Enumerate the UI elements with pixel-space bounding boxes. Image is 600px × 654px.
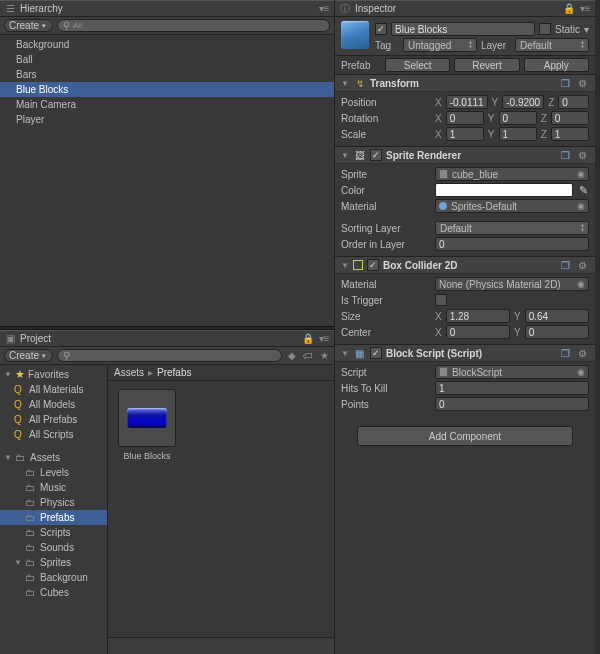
tag-dropdown[interactable]: Untagged — [403, 38, 477, 52]
component-enable-checkbox[interactable]: ✓ — [370, 149, 382, 161]
pos-y-input[interactable]: -0.9200 — [502, 95, 544, 109]
help-icon[interactable]: ❐ — [559, 348, 572, 359]
size-y-input[interactable]: 0.64 — [525, 309, 589, 323]
foldout-icon[interactable]: ▼ — [341, 151, 349, 160]
scale-x-input[interactable]: 1 — [446, 127, 484, 141]
filter-label-icon[interactable]: 🏷 — [302, 350, 314, 362]
filter-type-icon[interactable]: ◆ — [286, 350, 298, 362]
color-field[interactable] — [435, 183, 573, 197]
filter-save-icon[interactable]: ★ — [318, 350, 330, 362]
component-header[interactable]: ▼ ✓ Box Collider 2D ❐ ⚙ — [335, 257, 595, 274]
panel-lock-icon[interactable]: 🔒 — [302, 333, 314, 345]
scale-y-input[interactable]: 1 — [499, 127, 537, 141]
sorting-layer-dropdown[interactable]: Default — [435, 221, 589, 235]
object-picker-icon[interactable]: ◉ — [577, 367, 585, 377]
tree-folder[interactable]: 🗀Backgroun — [0, 570, 107, 585]
hierarchy-search-input[interactable]: ⚲ All — [57, 19, 330, 32]
prefab-apply-button[interactable]: Apply — [524, 58, 589, 72]
gear-icon[interactable]: ⚙ — [576, 348, 589, 359]
component-enable-checkbox[interactable]: ✓ — [367, 259, 379, 271]
rot-z-input[interactable]: 0 — [551, 111, 589, 125]
active-checkbox[interactable]: ✓ — [375, 23, 387, 35]
hierarchy-item[interactable]: Background — [0, 37, 334, 52]
rot-x-input[interactable]: 0 — [446, 111, 484, 125]
tree-folder[interactable]: ▼🗀Sprites — [0, 555, 107, 570]
object-picker-icon[interactable]: ◉ — [577, 169, 585, 179]
gameobject-icon[interactable] — [341, 21, 369, 49]
foldout-icon[interactable]: ▼ — [341, 261, 349, 270]
project-create-button[interactable]: Create ▾ — [4, 349, 53, 362]
sprite-field[interactable]: cube_blue◉ — [435, 167, 589, 181]
project-tab[interactable]: ▣ Project 🔒 ▾≡ — [0, 330, 334, 347]
layer-dropdown[interactable]: Default — [515, 38, 589, 52]
script-field[interactable]: BlockScript◉ — [435, 365, 589, 379]
hierarchy-item[interactable]: Main Camera — [0, 97, 334, 112]
tree-folder[interactable]: 🗀Scripts — [0, 525, 107, 540]
breadcrumb[interactable]: Assets ▸ Prefabs — [108, 365, 334, 381]
object-picker-icon[interactable]: ◉ — [577, 279, 585, 289]
hierarchy-list[interactable]: BackgroundBallBarsBlue BlocksMain Camera… — [0, 35, 334, 326]
hierarchy-item[interactable]: Bars — [0, 67, 334, 82]
asset-grid[interactable]: Blue Blocks — [108, 381, 334, 637]
panel-lock-icon[interactable]: 🔒 — [563, 3, 575, 15]
project-search-input[interactable]: ⚲ — [57, 349, 282, 362]
help-icon[interactable]: ❐ — [559, 260, 572, 271]
foldout-icon[interactable]: ▼ — [341, 79, 349, 88]
hierarchy-item[interactable]: Ball — [0, 52, 334, 67]
component-header[interactable]: ▼ 🖼 ✓ Sprite Renderer ❐ ⚙ — [335, 147, 595, 164]
hierarchy-create-button[interactable]: Create ▾ — [4, 19, 53, 32]
center-y-input[interactable]: 0 — [525, 325, 589, 339]
object-name-input[interactable]: Blue Blocks — [391, 22, 535, 36]
rot-y-input[interactable]: 0 — [499, 111, 537, 125]
component-header[interactable]: ▼ ▦ ✓ Block Script (Script) ❐ ⚙ — [335, 345, 595, 362]
physics-material-field[interactable]: None (Physics Material 2D)◉ — [435, 277, 589, 291]
tree-folder[interactable]: 🗀Levels — [0, 465, 107, 480]
tree-favorites[interactable]: ▼★Favorites — [0, 367, 107, 382]
tree-folder[interactable]: 🗀Physics — [0, 495, 107, 510]
panel-options-icon[interactable]: ▾≡ — [318, 333, 330, 345]
material-asset-icon — [439, 202, 447, 210]
tree-assets[interactable]: ▼🗀Assets — [0, 450, 107, 465]
tree-favorite-item[interactable]: QAll Materials — [0, 382, 107, 397]
object-picker-icon[interactable]: ◉ — [577, 201, 585, 211]
tree-favorite-item[interactable]: QAll Models — [0, 397, 107, 412]
tree-folder[interactable]: 🗀Music — [0, 480, 107, 495]
tree-folder[interactable]: 🗀Cubes — [0, 585, 107, 600]
eyedropper-icon[interactable]: ✎ — [577, 184, 589, 197]
component-enable-checkbox[interactable]: ✓ — [370, 347, 382, 359]
help-icon[interactable]: ❐ — [559, 150, 572, 161]
pos-x-input[interactable]: -0.0111 — [446, 95, 488, 109]
static-dropdown-icon[interactable]: ▾ — [584, 24, 589, 35]
hits-to-kill-input[interactable]: 1 — [435, 381, 589, 395]
foldout-icon[interactable]: ▼ — [341, 349, 349, 358]
static-checkbox[interactable] — [539, 23, 551, 35]
panel-options-icon[interactable]: ▾≡ — [579, 3, 591, 15]
hierarchy-item[interactable]: Player — [0, 112, 334, 127]
size-x-input[interactable]: 1.28 — [446, 309, 510, 323]
tree-favorite-item[interactable]: QAll Scripts — [0, 427, 107, 442]
tree-folder[interactable]: 🗀Sounds — [0, 540, 107, 555]
points-input[interactable]: 0 — [435, 397, 589, 411]
asset-tile[interactable]: Blue Blocks — [116, 389, 178, 461]
tree-folder[interactable]: 🗀Prefabs — [0, 510, 107, 525]
add-component-button[interactable]: Add Component — [357, 426, 573, 446]
gear-icon[interactable]: ⚙ — [576, 78, 589, 89]
hierarchy-item[interactable]: Blue Blocks — [0, 82, 334, 97]
project-tree[interactable]: ▼★FavoritesQAll MaterialsQAll ModelsQAll… — [0, 365, 108, 654]
prefab-select-button[interactable]: Select — [385, 58, 450, 72]
is-trigger-checkbox[interactable] — [435, 294, 447, 306]
panel-options-icon[interactable]: ▾≡ — [318, 3, 330, 15]
help-icon[interactable]: ❐ — [559, 78, 572, 89]
scale-z-input[interactable]: 1 — [551, 127, 589, 141]
pos-z-input[interactable]: 0 — [558, 95, 589, 109]
inspector-tab[interactable]: ⓘ Inspector 🔒 ▾≡ — [335, 0, 595, 17]
hierarchy-tab[interactable]: ☰ Hierarchy ▾≡ — [0, 0, 334, 17]
prefab-revert-button[interactable]: Revert — [454, 58, 519, 72]
order-in-layer-input[interactable]: 0 — [435, 237, 589, 251]
gear-icon[interactable]: ⚙ — [576, 150, 589, 161]
material-field[interactable]: Sprites-Default◉ — [435, 199, 589, 213]
center-x-input[interactable]: 0 — [446, 325, 510, 339]
component-header[interactable]: ▼ ↯ Transform ❐ ⚙ — [335, 75, 595, 92]
tree-favorite-item[interactable]: QAll Prefabs — [0, 412, 107, 427]
gear-icon[interactable]: ⚙ — [576, 260, 589, 271]
